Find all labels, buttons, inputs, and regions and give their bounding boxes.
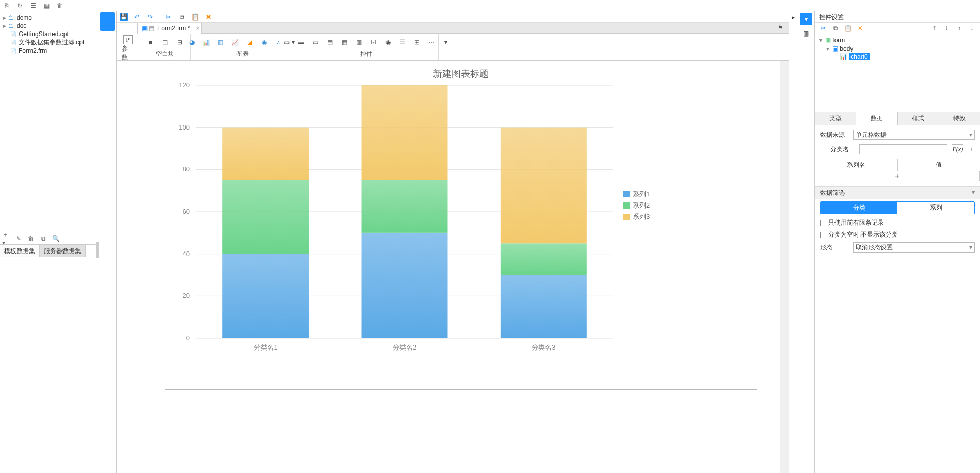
radio-widget-icon[interactable]: ◉ — [383, 38, 393, 47]
tree-row-chart[interactable]: 📊 chart0 — [819, 53, 976, 61]
document-tab[interactable]: ▣▤ Form2.frm * × — [137, 23, 202, 34]
center-toolbar: 💾 ↶ ↷ ✂ ⧉ 📋 ✕ — [117, 11, 789, 23]
button-widget-icon[interactable]: ▬ — [297, 38, 306, 47]
dataset-list — [0, 257, 98, 473]
select-shape[interactable]: 取消形态设置▾ — [853, 242, 975, 253]
strip-settings-icon[interactable]: ▾ — [800, 13, 812, 25]
undo-icon[interactable]: ↶ — [132, 12, 141, 22]
add-icon[interactable]: ＋▾ — [2, 234, 10, 243]
tab-data[interactable]: 数据 — [856, 112, 897, 125]
gauge-icon[interactable]: ◉ — [260, 38, 269, 47]
ribbon-label-widget: 控件 — [360, 50, 373, 59]
add-category-icon[interactable]: + — [968, 145, 975, 153]
pie-chart-icon[interactable]: ◕ — [187, 38, 197, 47]
tab-template-dataset[interactable]: 模板数据集 — [0, 245, 40, 257]
split-v-icon[interactable]: ⊟ — [175, 38, 184, 47]
toggle-category[interactable]: 分类 — [821, 202, 897, 214]
add-series-button[interactable]: + — [815, 171, 980, 181]
collapse-right-icon[interactable]: ▸ — [789, 11, 797, 473]
layout-icon[interactable]: ☰ — [29, 2, 37, 10]
svg-rect-24 — [501, 128, 587, 244]
chart-widget[interactable]: 新建图表标题 020406080100120分类名1分类名2分类名3系列1系列2… — [165, 61, 757, 390]
tab-effect[interactable]: 特效 — [939, 112, 980, 125]
dataset-tabs: 模板数据集 服务器数据集 — [0, 244, 98, 257]
select-datasource[interactable]: 单元格数据▾ — [853, 130, 975, 140]
tree-row-body[interactable]: ▾▣ body — [819, 44, 976, 53]
tab-server-dataset[interactable]: 服务器数据集 — [40, 245, 86, 257]
checkbox-hide-empty[interactable] — [820, 232, 826, 238]
close-icon[interactable]: ✕ — [204, 12, 213, 22]
design-canvas[interactable]: 新建图表标题 020406080100120分类名1分类名2分类名3系列1系列2… — [117, 61, 789, 473]
area-chart-icon[interactable]: ◢ — [245, 38, 254, 47]
grid-icon[interactable]: ▦ — [42, 2, 51, 10]
more-widget-icon[interactable]: ⋯ — [427, 38, 436, 47]
delete-icon[interactable]: 🗑 — [56, 2, 64, 10]
tab-style[interactable]: 样式 — [898, 112, 939, 125]
move-top-icon[interactable]: ⤒ — [930, 24, 939, 33]
tree-file[interactable]: 📄GettingStarted.cpt — [1, 30, 97, 38]
edit-icon[interactable]: ✎ — [14, 234, 23, 243]
svg-text:80: 80 — [183, 165, 190, 173]
copy-icon[interactable]: ⧉ — [177, 12, 186, 22]
section-filter[interactable]: 数据筛选▾ — [815, 186, 980, 199]
input-category[interactable] — [859, 144, 947, 154]
svg-rect-20 — [362, 85, 448, 180]
toggle-series[interactable]: 系列 — [897, 202, 974, 214]
text-widget-icon[interactable]: ▭ — [282, 38, 292, 47]
tree-file[interactable]: 📄Form2.frm — [1, 46, 97, 55]
move-down-icon[interactable]: ↓ — [968, 24, 976, 33]
cut-icon[interactable]: ✂ — [164, 12, 173, 22]
refresh-icon[interactable]: ↻ — [15, 2, 24, 10]
strip-layout-icon[interactable]: ▥ — [800, 28, 812, 39]
save-icon[interactable]: 💾 — [120, 13, 128, 21]
number-widget-icon[interactable]: ▥ — [355, 38, 364, 47]
date-widget-icon[interactable]: ▦ — [340, 38, 349, 47]
copy-icon[interactable]: ⧉ — [39, 234, 47, 243]
combo-widget-icon[interactable]: ▤ — [326, 38, 335, 47]
copy-icon[interactable]: ⧉ — [831, 24, 840, 33]
delete-icon[interactable]: ✕ — [856, 24, 864, 33]
folder-label: doc — [17, 22, 26, 29]
redo-icon[interactable]: ↷ — [146, 12, 155, 22]
tree-row-form[interactable]: ▾▣ form — [819, 36, 976, 44]
flag-icon[interactable]: ⚑ — [778, 24, 783, 31]
svg-rect-23 — [501, 243, 587, 275]
vertical-scrollbar[interactable] — [780, 61, 789, 473]
document-tab-label: Form2.frm * — [157, 25, 190, 32]
document-tabs: ▣▤ Form2.frm * × ⚑ — [117, 23, 789, 34]
paste-icon[interactable]: 📋 — [844, 24, 852, 33]
file-label: 文件数据集参数过滤.cpt — [19, 38, 84, 47]
cut-icon[interactable]: ✂ — [819, 24, 827, 33]
tree-file[interactable]: 📄文件数据集参数过滤.cpt — [1, 38, 97, 46]
tree-folder[interactable]: ▸🗀doc — [1, 22, 97, 30]
move-bottom-icon[interactable]: ⤓ — [943, 24, 951, 33]
tab-type[interactable]: 类型 — [815, 112, 856, 125]
delete-ds-icon[interactable]: 🗑 — [27, 234, 35, 243]
svg-rect-18 — [362, 233, 448, 338]
param-icon[interactable]: P — [123, 35, 133, 44]
checkbox-limit[interactable] — [820, 220, 826, 226]
fx-button[interactable]: F(x) — [952, 144, 963, 154]
paste-icon[interactable]: 📋 — [190, 12, 200, 22]
label-widget-icon[interactable]: ▭ — [311, 38, 320, 47]
right-panel-toolbar: ✂ ⧉ 📋 ✕ ⤒ ⤓ ↑ ↓ — [815, 23, 980, 34]
split-h-icon[interactable]: ◫ — [160, 38, 170, 47]
line-chart-icon[interactable]: 📈 — [231, 38, 240, 47]
new-file-icon[interactable]: ⎘ — [2, 2, 10, 10]
form-mode-icon[interactable] — [100, 12, 115, 31]
ribbon: P 参数 ■ ◫ ⊟ 空白块 ◕ 📊 ▥ 📈 — [117, 34, 789, 61]
tree-folder[interactable]: ▸🗀demo — [1, 13, 97, 22]
series-table-header: 系列名 值 — [815, 159, 980, 171]
widget-dropdown-icon[interactable]: ▾ — [441, 38, 451, 47]
column-chart-icon[interactable]: ▥ — [216, 38, 226, 47]
list-widget-icon[interactable]: ☰ — [398, 38, 407, 47]
blank-block-icon[interactable]: ■ — [146, 38, 155, 47]
bar-chart-icon[interactable]: 📊 — [202, 38, 211, 47]
check-widget-icon[interactable]: ☑ — [369, 38, 378, 47]
preview-icon[interactable]: 🔍 — [52, 234, 60, 243]
tab-close-icon[interactable]: × — [196, 25, 199, 32]
move-up-icon[interactable]: ↑ — [955, 24, 963, 33]
svg-rect-15 — [222, 180, 309, 254]
tree-widget-icon[interactable]: ⊞ — [412, 38, 422, 47]
label-category: 分类名 — [830, 145, 855, 154]
